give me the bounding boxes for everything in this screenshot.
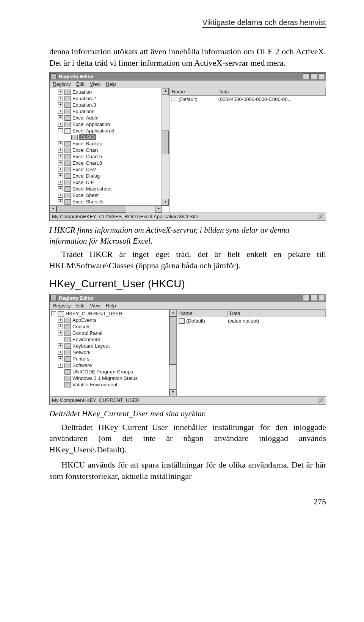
tree-item[interactable]: +Excel.Sheet.5 [51,198,161,205]
menubar[interactable]: Registry Edit View Help [50,80,326,88]
expand-icon[interactable]: + [58,96,63,101]
tree-item[interactable]: +Excel.Application [51,121,161,128]
tree-item[interactable]: +Equation [51,89,161,95]
expand-icon[interactable]: + [58,186,63,191]
expand-icon[interactable]: + [58,318,63,323]
resize-grip-icon[interactable] [318,214,323,219]
collapse-icon[interactable]: - [51,311,56,316]
vertical-scrollbar[interactable]: ▴ ▾ [162,88,169,206]
tree-item[interactable]: Environment [51,336,169,343]
resize-grip-icon[interactable] [318,397,323,403]
expand-icon[interactable]: + [58,122,63,127]
scroll-thumb[interactable] [162,131,169,154]
list-pane[interactable]: Name Data (Default) "{00024500-0000-0000… [169,88,326,213]
tree-pane[interactable]: -HKEY_CURRENT_USER+AppEvents+Console+Con… [50,310,177,396]
tree-item[interactable]: +Excel.Sheet [51,192,161,198]
scroll-down-button[interactable]: ▾ [169,389,176,396]
tree-item[interactable]: +Equation.2 [51,95,161,102]
expand-icon[interactable]: + [58,331,63,335]
menu-registry[interactable]: Registry [53,303,71,309]
tree-item[interactable]: +Network [51,349,169,356]
list-row-default[interactable]: (Default) (value not set) [179,318,324,324]
column-data[interactable]: Data [216,88,326,95]
tree-item[interactable]: +Excel.DIF [51,179,161,186]
scroll-right-button[interactable]: ▸ [155,206,162,213]
expand-icon[interactable]: + [58,141,63,146]
tree-item[interactable]: +Excel.CSV [51,166,161,173]
close-button[interactable]: × [318,295,325,301]
tree-item[interactable]: +Equations [51,108,161,115]
menu-view[interactable]: View [90,81,100,87]
tree-item-label: Printers [72,356,89,362]
expand-icon[interactable]: + [58,324,63,329]
titlebar[interactable]: Registry Editor _ □ × [50,294,326,302]
expand-icon[interactable]: + [58,148,63,153]
folder-icon [64,102,71,108]
expand-icon[interactable]: + [58,180,63,185]
maximize-button[interactable]: □ [311,73,317,79]
column-data[interactable]: Data [228,310,326,317]
scroll-left-button[interactable]: ◂ [50,206,56,213]
tree-item[interactable]: +Printers [51,356,169,362]
vertical-scrollbar[interactable]: ▴ ▾ [169,310,176,396]
tree-item[interactable]: +Console [51,323,169,330]
maximize-button[interactable]: □ [311,295,317,301]
expand-icon[interactable]: + [58,115,63,120]
expand-icon[interactable]: + [58,109,63,114]
tree-pane[interactable]: +Equation+Equation.2+Equation.3+Equation… [50,88,169,213]
expand-icon[interactable]: + [58,363,63,368]
expand-icon[interactable]: + [58,343,63,348]
horizontal-scrollbar[interactable]: ◂ ▸ [50,205,162,213]
tree-item[interactable]: +Equation.3 [51,102,161,108]
column-name[interactable]: Name [177,310,228,317]
minimize-button[interactable]: _ [303,295,310,301]
tree-item[interactable]: -HKEY_CURRENT_USER [51,310,169,317]
tree-item[interactable]: +Excel.Addin [51,115,161,121]
tree-item[interactable]: +Excel.Chart.5 [51,153,161,160]
tree-item[interactable]: +Excel.Macrosheet [51,186,161,192]
tree-item[interactable]: +Keyboard Layout [51,343,169,349]
expand-icon[interactable]: + [58,102,63,107]
menu-edit[interactable]: Edit [76,303,85,309]
menu-view[interactable]: View [90,303,100,309]
expand-icon[interactable]: + [58,167,63,172]
expand-icon[interactable]: + [58,356,63,361]
tree-item[interactable]: +Excel.Dialog [51,173,161,179]
close-button[interactable]: × [318,73,325,79]
tree-item[interactable]: +Excel.Chart [51,147,161,153]
list-pane[interactable]: Name Data (Default) (value not set) [177,310,326,396]
tree-item[interactable]: UNICODE Program Groups [51,368,169,375]
list-row-default[interactable]: (Default) "{00024500-0000-0000-C000-00..… [171,96,324,102]
expand-icon[interactable]: + [58,199,63,204]
scroll-up-button[interactable]: ▴ [162,88,169,95]
scroll-thumb[interactable] [169,317,176,365]
tree-item[interactable]: Windows 3.1 Migration Status [51,375,169,381]
column-name[interactable]: Name [169,88,216,95]
tree-item[interactable]: +Control Panel [51,330,169,336]
expand-icon[interactable]: + [58,90,63,94]
expand-icon[interactable]: + [58,193,63,198]
titlebar[interactable]: Registry Editor _ □ × [50,72,326,80]
scroll-up-button[interactable]: ▴ [169,310,176,317]
menu-edit[interactable]: Edit [76,81,85,87]
menu-registry[interactable]: Registry [53,81,71,87]
menubar[interactable]: Registry Edit View Help [50,302,326,310]
expand-icon[interactable]: + [58,154,63,159]
tree-item[interactable]: Volatile Environment [51,381,169,388]
menu-help[interactable]: Help [106,303,116,309]
scroll-thumb[interactable] [56,206,126,213]
tree-item[interactable]: +Software [51,362,169,368]
scroll-down-button[interactable]: ▾ [162,199,169,206]
tree-item[interactable]: +Excel.Backup [51,140,161,147]
tree-item[interactable]: -Excel.Application.8 [51,128,161,134]
tree-item[interactable]: +AppEvents [51,317,169,323]
expand-icon[interactable]: + [58,350,63,355]
status-path: My Computer\HKEY_CLASSES_ROOT\Excel.Appl… [52,214,198,219]
menu-help[interactable]: Help [106,81,116,87]
collapse-icon[interactable]: - [58,128,63,133]
expand-icon[interactable]: + [58,161,63,165]
tree-item[interactable]: +Excel.Chart.8 [51,160,161,166]
minimize-button[interactable]: _ [303,73,310,79]
expand-icon[interactable]: + [58,173,63,178]
tree-item[interactable]: CLSID [51,134,161,140]
